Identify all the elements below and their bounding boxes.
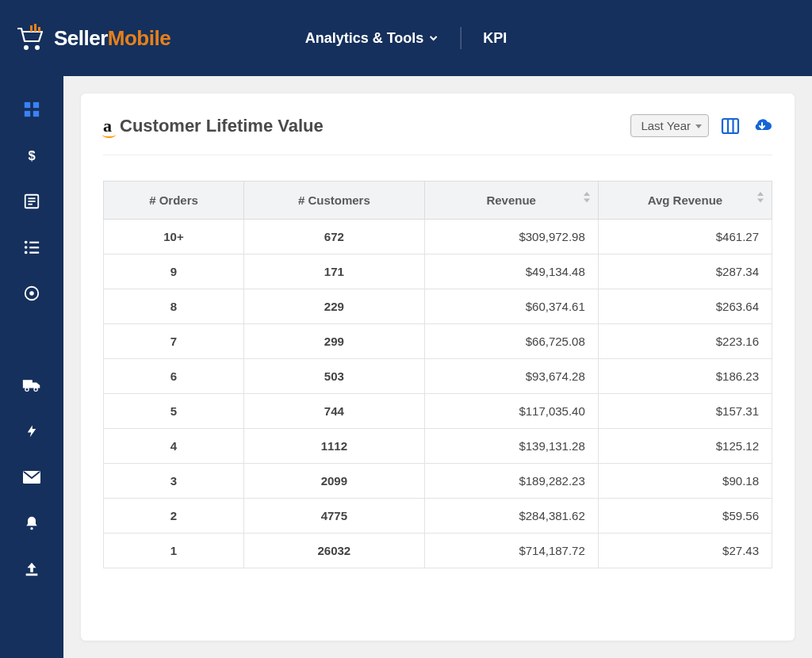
cell-customers: 229 <box>244 289 425 324</box>
cell-avg-revenue: $125.12 <box>598 429 772 464</box>
cell-avg-revenue: $90.18 <box>598 464 772 499</box>
clv-table: # Orders # Customers Revenue Avg Revenue… <box>103 181 772 568</box>
cell-orders: 8 <box>104 289 244 324</box>
cell-revenue: $189,282.23 <box>424 464 598 499</box>
card-title: Customer Lifetime Value <box>120 116 324 136</box>
table-row: 126032$714,187.72$27.43 <box>104 534 772 568</box>
clv-card: a Customer Lifetime Value Last Year <box>81 94 795 641</box>
grid-icon <box>23 101 40 118</box>
svg-rect-27 <box>722 119 738 133</box>
download-button[interactable] <box>752 116 772 136</box>
brand-first: Seller <box>54 26 108 50</box>
cell-customers: 672 <box>244 220 425 254</box>
cell-avg-revenue: $223.16 <box>598 324 772 359</box>
columns-button[interactable] <box>720 116 741 136</box>
cell-revenue: $60,374.61 <box>424 289 598 324</box>
cell-revenue: $93,674.28 <box>424 359 598 394</box>
col-avg-revenue[interactable]: Avg Revenue <box>598 182 772 220</box>
table-row: 8229$60,374.61$263.64 <box>104 289 772 324</box>
cell-orders: 1 <box>104 534 244 568</box>
bell-icon <box>24 515 40 532</box>
bolt-icon <box>25 423 39 440</box>
col-customers[interactable]: # Customers <box>244 182 425 220</box>
cell-revenue: $139,131.28 <box>424 429 598 464</box>
svg-point-16 <box>25 246 28 249</box>
svg-point-18 <box>25 251 28 254</box>
svg-rect-2 <box>30 25 33 32</box>
brand-text: SellerMobile <box>54 26 170 51</box>
table-row: 41112$139,131.28$125.12 <box>104 429 772 464</box>
chevron-down-icon <box>428 33 438 43</box>
svg-point-21 <box>29 291 34 296</box>
sidebar-item-messages[interactable] <box>22 468 41 487</box>
cell-customers: 1112 <box>244 429 425 464</box>
svg-rect-4 <box>38 27 40 32</box>
sidebar-item-finance[interactable]: $ <box>22 146 41 165</box>
svg-rect-17 <box>29 247 39 248</box>
upload-icon <box>23 560 40 578</box>
svg-point-0 <box>24 45 29 50</box>
cloud-download-icon <box>752 117 772 136</box>
sidebar-item-target[interactable] <box>22 284 41 303</box>
sidebar-item-list[interactable] <box>22 238 41 257</box>
table-row: 10+672$309,972.98$461.27 <box>104 220 772 254</box>
svg-rect-7 <box>25 111 30 117</box>
svg-point-23 <box>34 388 37 391</box>
columns-icon <box>721 117 740 136</box>
cell-orders: 5 <box>104 394 244 429</box>
list-icon <box>23 239 40 256</box>
svg-rect-3 <box>34 24 36 32</box>
svg-rect-8 <box>33 111 39 117</box>
col-orders[interactable]: # Orders <box>104 182 244 220</box>
cell-customers: 171 <box>244 254 425 289</box>
nav-analytics-label: Analytics & Tools <box>305 30 424 47</box>
truck-icon <box>22 377 41 393</box>
cell-revenue: $117,035.40 <box>424 394 598 429</box>
cell-revenue: $309,972.98 <box>424 220 598 254</box>
sidebar-item-dashboard[interactable] <box>22 100 41 119</box>
col-revenue[interactable]: Revenue <box>424 182 598 220</box>
table-row: 24775$284,381.62$59.56 <box>104 499 772 534</box>
sidebar-item-power[interactable] <box>22 422 41 441</box>
cell-customers: 4775 <box>244 499 425 534</box>
cell-customers: 2099 <box>244 464 425 499</box>
cell-avg-revenue: $461.27 <box>598 220 772 254</box>
cell-revenue: $49,134.48 <box>424 254 598 289</box>
cell-avg-revenue: $186.23 <box>598 359 772 394</box>
svg-rect-19 <box>29 252 39 254</box>
cell-revenue: $714,187.72 <box>424 534 598 568</box>
cell-orders: 2 <box>104 499 244 534</box>
sidebar-item-upload[interactable] <box>22 560 41 579</box>
cell-orders: 10+ <box>104 220 244 254</box>
nav-kpi[interactable]: KPI <box>483 30 507 47</box>
cell-orders: 4 <box>104 429 244 464</box>
top-navbar: SellerMobile Analytics & Tools KPI <box>0 0 812 76</box>
target-icon <box>23 285 40 302</box>
table-row: 32099$189,282.23$90.18 <box>104 464 772 499</box>
sidebar-item-alerts[interactable] <box>22 514 41 533</box>
cell-avg-revenue: $59.56 <box>598 499 772 534</box>
nav-divider <box>460 27 461 49</box>
svg-point-14 <box>25 241 28 244</box>
cell-avg-revenue: $287.34 <box>598 254 772 289</box>
cell-orders: 9 <box>104 254 244 289</box>
svg-rect-6 <box>33 102 39 108</box>
date-range-select[interactable]: Last Year <box>630 114 709 137</box>
cell-customers: 26032 <box>244 534 425 568</box>
svg-point-22 <box>25 388 29 391</box>
nav-kpi-label: KPI <box>483 30 507 47</box>
brand-logo[interactable]: SellerMobile <box>16 24 170 52</box>
table-row: 6503$93,674.28$186.23 <box>104 359 772 394</box>
cell-avg-revenue: $157.31 <box>598 394 772 429</box>
cell-avg-revenue: $263.64 <box>598 289 772 324</box>
sidebar-item-shipping[interactable] <box>22 376 41 395</box>
amazon-icon: a <box>103 117 112 135</box>
svg-point-1 <box>35 45 40 50</box>
svg-rect-26 <box>26 574 38 576</box>
nav-analytics-tools[interactable]: Analytics & Tools <box>305 30 439 47</box>
main-content: a Customer Lifetime Value Last Year <box>63 76 812 658</box>
cell-avg-revenue: $27.43 <box>598 534 772 568</box>
sidebar-item-reports[interactable] <box>22 192 41 211</box>
table-row: 5744$117,035.40$157.31 <box>104 394 772 429</box>
table-row: 7299$66,725.08$223.16 <box>104 324 772 359</box>
